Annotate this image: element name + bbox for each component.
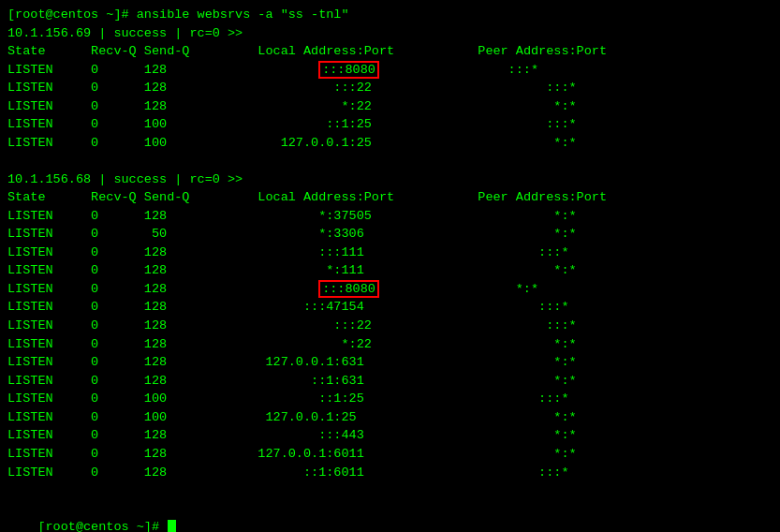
table-row: LISTEN 0 100 127.0.0.1:25 *:* bbox=[7, 408, 773, 427]
table-row: LISTEN 0 128 :::47154 :::* bbox=[7, 298, 773, 317]
end-prompt: [root@centos ~]# bbox=[37, 520, 167, 532]
highlight-8080-1: :::8080 bbox=[318, 61, 379, 79]
end-prompt-line: [root@centos ~]# bbox=[7, 499, 773, 532]
command-line: [root@centos ~]# ansible websrvs -a "ss … bbox=[7, 6, 773, 24]
table-row: LISTEN 0 128 *:111 *:* bbox=[7, 261, 773, 280]
table-row: LISTEN 0 128 ::1:6011 :::* bbox=[7, 464, 773, 482]
spacer bbox=[7, 153, 773, 170]
table-row: LISTEN 0 128 *:22 *:* bbox=[7, 335, 773, 354]
table-row: LISTEN 0 50 *:3306 *:* bbox=[7, 225, 773, 244]
table-row: LISTEN 0 128 *:22 *:* bbox=[7, 97, 773, 116]
block2-success: 10.1.156.68 | success | rc=0 >> bbox=[7, 170, 773, 189]
table-row: LISTEN 0 128 127.0.0.1:6011 *:* bbox=[7, 445, 773, 464]
table-row: LISTEN 0 100 127.0.0.1:25 *:* bbox=[7, 134, 773, 153]
cursor-block bbox=[168, 520, 176, 532]
highlight-8080-2: :::8080 bbox=[318, 280, 379, 298]
prompt: [root@centos ~]# bbox=[7, 7, 137, 22]
table-row: LISTEN 0 128 :::8080 :::* bbox=[7, 61, 773, 80]
block1-header: State Recv-Q Send-Q Local Address:Port P… bbox=[7, 42, 773, 61]
table-row: LISTEN 0 128 :::8080 *:* bbox=[7, 280, 773, 299]
block2-header: State Recv-Q Send-Q Local Address:Port P… bbox=[7, 188, 773, 207]
spacer2 bbox=[7, 481, 773, 499]
table-row: LISTEN 0 128 :::111 :::* bbox=[7, 244, 773, 262]
command: ansible websrvs -a "ss -tnl" bbox=[137, 7, 349, 22]
table-row: LISTEN 0 128 ::1:631 *:* bbox=[7, 372, 773, 391]
table-row: LISTEN 0 128 127.0.0.1:631 *:* bbox=[7, 353, 773, 372]
table-row: LISTEN 0 100 ::1:25 :::* bbox=[7, 390, 773, 408]
table-row: LISTEN 0 128 :::22 :::* bbox=[7, 317, 773, 335]
block1-success: 10.1.156.69 | success | rc=0 >> bbox=[7, 24, 773, 43]
terminal-window: [root@centos ~]# ansible websrvs -a "ss … bbox=[7, 6, 773, 532]
table-row: LISTEN 0 128 :::443 *:* bbox=[7, 426, 773, 445]
table-row: LISTEN 0 128 *:37505 *:* bbox=[7, 207, 773, 226]
table-row: LISTEN 0 128 :::22 :::* bbox=[7, 79, 773, 97]
table-row: LISTEN 0 100 ::1:25 :::* bbox=[7, 115, 773, 134]
